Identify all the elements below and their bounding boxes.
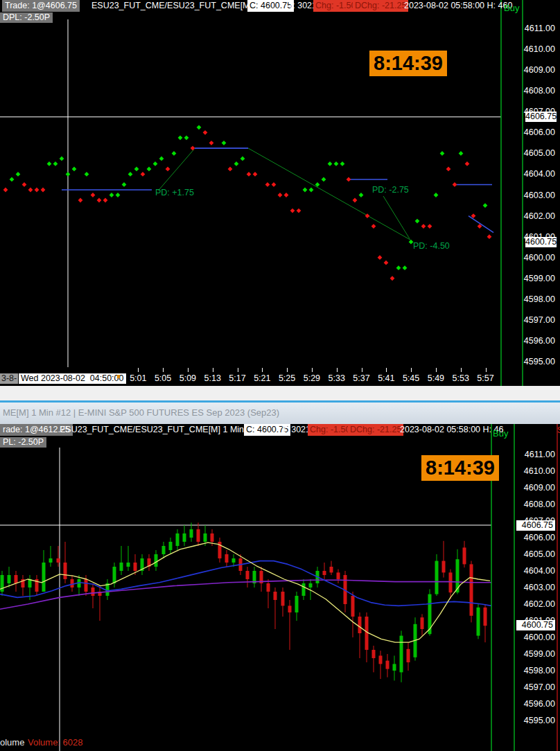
price-dot-down bbox=[390, 276, 395, 281]
price-dot-up bbox=[16, 172, 21, 177]
window-title-bar[interactable]: ME[M] 1 Min #12 | E-MINI S&P 500 FUTURES… bbox=[0, 403, 560, 424]
price-tick-label: 4608.00 bbox=[524, 499, 555, 510]
price-scale: 4611.004610.004609.004608.004607.004606.… bbox=[519, 424, 555, 751]
candle-body-up bbox=[155, 554, 158, 567]
candle-body-up bbox=[435, 561, 439, 594]
price-tick-label: 4600.00 bbox=[524, 252, 555, 263]
chart-window-candles: rade: 1@4612.25 ESU23_FUT_CME/ESU23_FUT_… bbox=[0, 424, 560, 751]
price-dot-up bbox=[483, 203, 488, 208]
time-tick-label: 5:17 bbox=[224, 373, 252, 383]
price-dot-up bbox=[240, 156, 245, 161]
time-tick-mark bbox=[337, 368, 338, 372]
candle-body-down bbox=[337, 572, 340, 579]
price-dot-up bbox=[459, 151, 464, 156]
time-tick-mark bbox=[436, 368, 437, 372]
price-dot-up bbox=[197, 125, 202, 130]
time-tick-label: 5:25 bbox=[273, 373, 301, 383]
daily-pl-badge: PL: -2.50P bbox=[0, 437, 46, 448]
candle-body-up bbox=[302, 583, 306, 596]
candle-body-down bbox=[365, 617, 369, 650]
price-dot-up bbox=[222, 141, 227, 145]
price-dot-down bbox=[253, 172, 258, 177]
price-dot-up bbox=[234, 161, 239, 166]
price-tick-label: 4609.00 bbox=[524, 64, 555, 76]
sell-button-fragment[interactable]: S bbox=[557, 426, 560, 434]
time-tick-mark bbox=[188, 368, 189, 372]
price-dot-down bbox=[78, 198, 83, 203]
price-dot-up bbox=[403, 265, 408, 270]
pivot-connector-line bbox=[158, 149, 194, 191]
buy-button[interactable]: Buy bbox=[493, 427, 508, 439]
candle-body-up bbox=[8, 575, 11, 583]
time-tick-mark bbox=[312, 368, 313, 372]
candle-body-up bbox=[400, 636, 403, 673]
price-dot-up bbox=[122, 182, 127, 187]
time-tick-label: 5:33 bbox=[323, 373, 351, 383]
price-dot-down bbox=[384, 260, 389, 265]
time-tick-label: 5:05 bbox=[149, 373, 177, 383]
price-dot-up bbox=[309, 188, 314, 193]
time-tick-mark bbox=[213, 368, 213, 372]
chart-window-dots: PD: +1.75PD: -2.75PD: -4.50 Trade: 1@460… bbox=[0, 0, 560, 386]
price-dot-up bbox=[340, 161, 345, 166]
candle-body-down bbox=[274, 592, 277, 600]
price-tick-label: 4598.00 bbox=[524, 665, 555, 676]
chart-header-bottom: rade: 1@4612.25 ESU23_FUT_CME/ESU23_FUT_… bbox=[0, 424, 560, 436]
time-tick-label: 5:01 bbox=[124, 373, 152, 383]
price-dot-down bbox=[35, 188, 40, 193]
price-tick-label: 4597.00 bbox=[524, 682, 555, 693]
price-dot-down bbox=[371, 224, 376, 229]
window-title: ME[M] 1 Min #12 | E-MINI S&P 500 FUTURES… bbox=[3, 407, 279, 418]
price-dot-up bbox=[172, 151, 177, 156]
price-dot-up bbox=[128, 172, 133, 177]
candle-body-down bbox=[57, 558, 60, 563]
price-dot-up bbox=[110, 193, 114, 197]
price-scale: 4611.004610.004609.004608.004607.004606.… bbox=[519, 0, 555, 386]
candle-body-down bbox=[449, 572, 453, 592]
price-dot-up bbox=[153, 161, 158, 166]
dot-chart-canvas: PD: +1.75PD: -2.75PD: -4.50 bbox=[0, 0, 560, 386]
candle-body-up bbox=[176, 533, 180, 546]
candle-body-down bbox=[64, 563, 67, 579]
time-tick-label: 5:49 bbox=[422, 373, 450, 383]
daily-change-badge: DChg: -21.25 bbox=[348, 424, 403, 436]
price-marker-box: 4600.75 bbox=[525, 237, 557, 247]
change-badge: Chg: -1.50 bbox=[313, 0, 358, 12]
time-tick-label: 5:41 bbox=[372, 373, 400, 383]
candle-body-up bbox=[127, 563, 130, 567]
price-dot-down bbox=[290, 209, 295, 213]
time-tick-mark bbox=[163, 368, 164, 372]
price-dot-down bbox=[103, 198, 108, 203]
price-dot-up bbox=[72, 167, 77, 172]
chart-header-top: Trade: 1@4606.75 ESU23_FUT_CME/ESU23_FUT… bbox=[0, 0, 560, 12]
price-tick-label: 4610.00 bbox=[524, 44, 555, 55]
pivot-distance-label: PD: -4.50 bbox=[413, 241, 450, 251]
price-dot-down bbox=[209, 141, 214, 145]
price-dot-down bbox=[3, 188, 8, 193]
price-dot-up bbox=[116, 193, 121, 197]
price-dot-up bbox=[334, 161, 339, 166]
price-tick-label: 4599.00 bbox=[524, 273, 555, 284]
price-dot-up bbox=[66, 172, 71, 177]
countdown-clock: 8:14:39 bbox=[421, 455, 499, 481]
time-tick-label: 5:13 bbox=[199, 373, 227, 383]
price-tick-label: 4603.00 bbox=[524, 582, 555, 593]
candle-body-up bbox=[393, 664, 396, 671]
candle-body-up bbox=[190, 529, 193, 538]
candle-body-up bbox=[204, 533, 207, 542]
price-dot-down bbox=[203, 130, 208, 135]
price-dot-down bbox=[421, 224, 426, 229]
price-dot-down bbox=[166, 167, 170, 172]
trading-workspace: PD: +1.75PD: -2.75PD: -4.50 Trade: 1@460… bbox=[0, 0, 560, 751]
change-badge: Chg: -1.50 bbox=[308, 424, 352, 436]
time-tick-mark bbox=[262, 368, 263, 372]
price-dot-up bbox=[85, 172, 89, 177]
price-tick-label: 4595.00 bbox=[524, 715, 555, 726]
price-dot-down bbox=[465, 161, 470, 166]
candle-body-up bbox=[49, 558, 53, 563]
time-tick-label: 5:45 bbox=[397, 373, 425, 383]
price-dot-up bbox=[434, 193, 439, 197]
buy-button[interactable]: Buy bbox=[504, 2, 519, 14]
price-dot-down bbox=[41, 188, 46, 193]
price-dot-down bbox=[297, 209, 301, 213]
